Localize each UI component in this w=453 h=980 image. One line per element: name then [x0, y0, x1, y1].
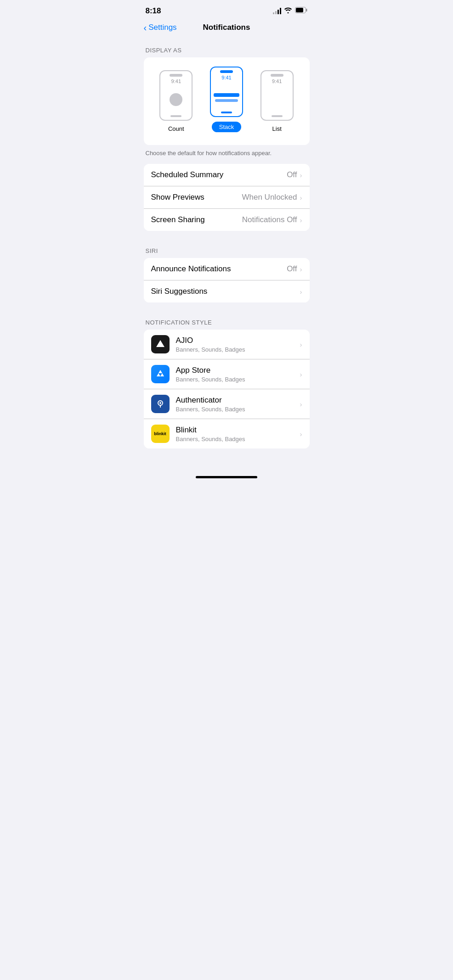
- list-phone-time: 9:41: [272, 78, 282, 84]
- back-button[interactable]: ‹ Settings: [144, 23, 177, 32]
- siri-card: Announce Notifications Off › Siri Sugges…: [144, 258, 310, 302]
- app-row-blinkit[interactable]: blinkit Blinkit Banners, Sounds, Badges …: [144, 419, 310, 448]
- content: DISPLAY AS 9:41 Count 9:41: [136, 38, 317, 467]
- home-indicator: [136, 467, 317, 482]
- display-as-card: 9:41 Count 9:41: [144, 57, 310, 145]
- appstore-name: App Store: [176, 366, 300, 375]
- ajio-name: AJIO: [176, 336, 300, 345]
- siri-suggestions-chevron: ›: [300, 288, 302, 296]
- list-lines: [275, 85, 279, 114]
- announce-notifications-label: Announce Notifications: [151, 264, 231, 274]
- display-option-stack[interactable]: 9:41 Stack: [210, 67, 243, 132]
- status-icons: [273, 7, 308, 15]
- page-title: Notifications: [203, 23, 250, 32]
- list-phone-screen: [263, 84, 291, 115]
- scheduled-summary-row[interactable]: Scheduled Summary Off ›: [144, 164, 310, 186]
- scheduled-summary-value: Off ›: [287, 170, 302, 179]
- general-settings-card: Scheduled Summary Off › Show Previews Wh…: [144, 164, 310, 231]
- appstore-chevron: ›: [300, 370, 302, 378]
- blinkit-info: Blinkit Banners, Sounds, Badges: [176, 426, 300, 442]
- auth-icon: [151, 395, 170, 413]
- back-label: Settings: [148, 23, 176, 32]
- auth-subtitle: Banners, Sounds, Badges: [176, 406, 300, 413]
- status-time: 8:18: [146, 6, 161, 16]
- blinkit-chevron: ›: [300, 430, 302, 438]
- display-option-list[interactable]: 9:41 List: [260, 70, 294, 132]
- svg-rect-2: [296, 8, 303, 12]
- app-row-authenticator[interactable]: Authenticator Banners, Sounds, Badges ›: [144, 389, 310, 419]
- signal-icon: [273, 8, 281, 14]
- scheduled-summary-chevron: ›: [300, 171, 302, 179]
- announce-notifications-value: Off ›: [287, 264, 302, 274]
- count-phone-notch: [170, 74, 182, 77]
- show-previews-chevron: ›: [300, 194, 302, 202]
- notification-style-card: AJIO Banners, Sounds, Badges › App Store…: [144, 330, 310, 448]
- stack-phone-notch: [220, 70, 233, 73]
- stack-notif-1: [214, 93, 239, 97]
- display-options: 9:41 Count 9:41: [151, 67, 302, 132]
- wifi-icon: [284, 7, 292, 15]
- svg-point-4: [159, 402, 161, 404]
- display-hint: Choose the default for how notifications…: [136, 145, 317, 157]
- blinkit-icon: blinkit: [151, 425, 170, 443]
- stack-label: Stack: [212, 122, 242, 132]
- home-bar: [196, 476, 257, 478]
- screen-sharing-label: Screen Sharing: [151, 215, 205, 224]
- count-phone-screen: [162, 84, 190, 115]
- list-phone-home: [272, 115, 283, 117]
- count-badge-icon: [170, 93, 182, 106]
- auth-name: Authenticator: [176, 396, 300, 405]
- svg-rect-1: [306, 9, 307, 11]
- status-bar: 8:18: [136, 0, 317, 19]
- nav-bar: ‹ Settings Notifications: [136, 19, 317, 38]
- app-row-appstore[interactable]: App Store Banners, Sounds, Badges ›: [144, 359, 310, 389]
- blinkit-subtitle: Banners, Sounds, Badges: [176, 436, 300, 442]
- list-phone-icon: 9:41: [260, 70, 294, 121]
- scheduled-summary-label: Scheduled Summary: [151, 170, 224, 179]
- list-phone-notch: [271, 74, 283, 77]
- stack-phone-home: [221, 112, 232, 113]
- ajio-subtitle: Banners, Sounds, Badges: [176, 346, 300, 353]
- appstore-icon: [151, 365, 170, 383]
- appstore-subtitle: Banners, Sounds, Badges: [176, 376, 300, 383]
- app-row-ajio[interactable]: AJIO Banners, Sounds, Badges ›: [144, 330, 310, 359]
- siri-suggestions-label: Siri Suggestions: [151, 287, 208, 296]
- count-phone-time: 9:41: [171, 78, 181, 84]
- ajio-icon: [151, 335, 170, 353]
- count-phone-icon: 9:41: [159, 70, 193, 121]
- show-previews-row[interactable]: Show Previews When Unlocked ›: [144, 186, 310, 209]
- appstore-info: App Store Banners, Sounds, Badges: [176, 366, 300, 383]
- list-label: List: [272, 125, 282, 132]
- auth-chevron: ›: [300, 400, 302, 408]
- notification-style-label: NOTIFICATION STYLE: [136, 310, 317, 330]
- show-previews-value: When Unlocked ›: [242, 193, 302, 202]
- siri-suggestions-value: ›: [300, 288, 302, 296]
- siri-suggestions-row[interactable]: Siri Suggestions ›: [144, 280, 310, 302]
- screen-sharing-row[interactable]: Screen Sharing Notifications Off ›: [144, 209, 310, 231]
- stack-phone-icon: 9:41: [210, 67, 243, 117]
- screen-sharing-value: Notifications Off ›: [242, 215, 302, 224]
- ajio-info: AJIO Banners, Sounds, Badges: [176, 336, 300, 353]
- screen-sharing-chevron: ›: [300, 216, 302, 224]
- show-previews-label: Show Previews: [151, 193, 204, 202]
- announce-notifications-row[interactable]: Announce Notifications Off ›: [144, 258, 310, 280]
- siri-label: SIRI: [136, 238, 317, 258]
- stack-phone-screen: [213, 80, 240, 112]
- back-chevron-icon: ‹: [144, 23, 147, 32]
- stack-phone-time: 9:41: [221, 75, 231, 80]
- stack-notif-2: [215, 99, 238, 102]
- count-phone-home: [170, 115, 181, 117]
- display-option-count[interactable]: 9:41 Count: [159, 70, 193, 132]
- blinkit-name: Blinkit: [176, 426, 300, 435]
- announce-notifications-chevron: ›: [300, 265, 302, 273]
- auth-info: Authenticator Banners, Sounds, Badges: [176, 396, 300, 413]
- display-as-label: DISPLAY AS: [136, 38, 317, 57]
- battery-icon: [295, 7, 308, 15]
- count-label: Count: [168, 125, 184, 132]
- ajio-chevron: ›: [300, 341, 302, 348]
